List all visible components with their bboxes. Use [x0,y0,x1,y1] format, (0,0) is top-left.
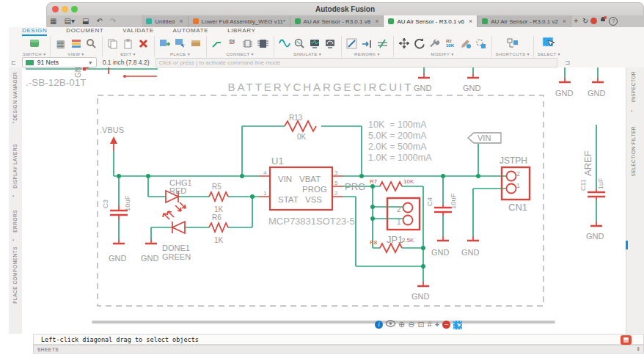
select-window-icon[interactable] [453,321,462,329]
change-value-icon[interactable]: R210K [444,37,457,50]
app-grid-icon[interactable]: ▦ [46,15,60,27]
sheets-panel-bar[interactable]: SHEETS ⇕ [33,345,644,354]
command-line-input[interactable] [155,58,557,67]
menu-validate[interactable]: VALIDATE [122,27,153,36]
group-label[interactable]: SIMULATE ▾ [293,51,321,56]
menu-design[interactable]: DESIGN [22,27,47,36]
vin-net-flag[interactable]: VIN [468,133,501,143]
zoom-tool-icon[interactable] [85,37,98,50]
net-tool-icon[interactable] [211,37,224,50]
component-symbols[interactable] [83,67,606,286]
notification-center-icon[interactable] [590,18,597,24]
paint-icon[interactable] [459,37,472,50]
resistor-r13[interactable] [285,121,316,131]
job-status-icon[interactable]: ↻ [580,15,590,27]
place-package-icon[interactable] [189,37,202,50]
sidebar-item-place-components[interactable]: PLACE COMPONENTS [12,246,18,304]
copy-icon[interactable] [106,37,120,50]
extend-wire-icon[interactable] [361,37,374,50]
save-icon[interactable]: ⬓ [78,15,92,27]
oscilloscope-icon[interactable] [309,37,322,50]
panel-collapse-icon[interactable]: ⊏ [11,59,16,66]
group-label[interactable]: PLACE ▾ [170,51,190,56]
file-menu-icon[interactable]: ▤▾ [60,15,78,27]
rotate-icon[interactable] [413,37,426,50]
shortcuts-icon[interactable] [506,37,519,50]
close-tab-icon[interactable]: × [563,18,566,25]
notification-badge-icon[interactable] [621,335,632,345]
sidebar-item-inspector[interactable]: INSPECTOR [631,71,636,102]
close-tab-icon[interactable]: × [375,18,378,25]
led-done1[interactable] [163,211,185,233]
tab-untitled[interactable]: Untitled × [142,15,188,27]
pin-icon[interactable]: ▪ [12,194,14,198]
close-tab-icon[interactable]: × [469,18,472,25]
pin-icon[interactable]: ▪ [12,238,14,242]
menu-library[interactable]: LIBRARY [227,27,255,36]
bell-icon[interactable] [597,15,609,27]
schematic-svg[interactable]: BATTERYCHARGECIRCUIT [22,67,626,334]
ic-symbol-icon[interactable] [241,37,255,50]
group-label[interactable]: VIEW ▾ [67,51,84,56]
layers-icon[interactable] [70,37,83,50]
line-rework-icon[interactable] [345,37,359,50]
waveform-icon[interactable] [278,37,291,50]
move-icon[interactable] [398,37,411,50]
schematic-labels[interactable]: .-SB-12B-01T GND GND GND GND GND .VBUS R… [26,67,606,301]
help-icon[interactable]: ? [609,17,618,26]
zoom-fit-icon[interactable]: ⊡ [417,320,424,329]
remove-icon[interactable]: – [442,321,450,329]
group-label[interactable]: CONNECT ▾ [226,51,254,56]
close-tab-icon[interactable]: × [179,18,183,25]
paste-icon[interactable] [122,37,135,50]
probe-icon[interactable] [293,37,307,50]
zoom-out-icon[interactable]: ⊖ [408,320,414,329]
nets-dropdown[interactable]: 91 Nets ▼ [22,57,97,67]
pin-icon[interactable]: ▪ [631,109,632,113]
panel-collapse-right-icon[interactable]: ⊐ [566,59,571,66]
zoom-in-icon[interactable]: ⊕ [398,320,405,329]
resistor-r7[interactable] [380,182,402,191]
tab-air-sensor-v8[interactable]: AU Air Sensor - R3.0.1 v8 × [290,15,384,27]
select-tool-icon[interactable] [542,37,555,50]
sidebar-item-display-layers[interactable]: DISPLAY LAYERS [12,144,18,189]
connector-cn1[interactable] [502,167,530,200]
circuit-title[interactable]: BATTERYCHARGECIRCUIT [228,81,414,93]
place-component-icon[interactable] [158,37,172,50]
expand-sheets-icon[interactable]: ⇕ [636,346,640,352]
undo-icon[interactable]: ↶ [92,15,106,27]
new-tab-icon[interactable]: + [571,15,580,27]
switch-tool-icon[interactable] [28,37,41,50]
name-label-icon[interactable]: D1⎺ [226,37,239,50]
sidebar-item-design-manager[interactable]: DESIGN MANAGER [12,72,18,121]
ripup-icon[interactable] [376,37,389,50]
group-label[interactable]: EDIT ▾ [120,51,136,56]
info-icon[interactable]: i [375,321,383,329]
replace-icon[interactable] [475,37,488,50]
ic-gates-icon[interactable] [257,37,270,50]
pin-icon[interactable]: ▪ [12,120,14,125]
resistor-r6[interactable] [209,223,228,232]
tab-air-sensor-v2[interactable]: AU Air Sensor - R3.0.1 v2 × [477,15,571,27]
place-part-icon[interactable] [174,37,187,50]
menu-automate[interactable]: AUTOMATE [173,27,209,36]
group-label[interactable]: SELECT ▾ [538,51,560,56]
group-label[interactable]: SHORTCUTS ▾ [496,51,530,56]
horizontal-scrollbar[interactable] [92,321,555,324]
resistor-r5[interactable] [209,192,228,201]
group-label[interactable]: REWORK ▾ [354,51,380,56]
tab-lower-full-assembly[interactable]: Lower Full Assembly_WEG v11* × [189,15,290,27]
group-label[interactable]: SWITCH ▾ [23,51,46,56]
group-label[interactable]: MODIFY ▾ [431,51,453,56]
menu-document[interactable]: DOCUMENT [66,27,103,36]
multimeter-icon[interactable] [324,37,337,50]
grid-toggle-icon[interactable]: # [428,320,432,329]
sidebar-item-selection-filter[interactable]: SELECTION FILTER [631,126,636,177]
tab-air-sensor-v6-active[interactable]: AU Air Sensor - R3.0.1 v6 × [384,15,477,27]
wrench-icon[interactable] [428,37,442,50]
schematic-canvas[interactable]: BATTERYCHARGECIRCUIT [22,67,626,334]
delete-icon[interactable] [137,37,150,50]
grid-settings-icon[interactable]: ▦ [54,37,67,50]
crosshair-icon[interactable]: + [435,320,439,329]
redo-icon[interactable]: ↷ [106,15,120,27]
